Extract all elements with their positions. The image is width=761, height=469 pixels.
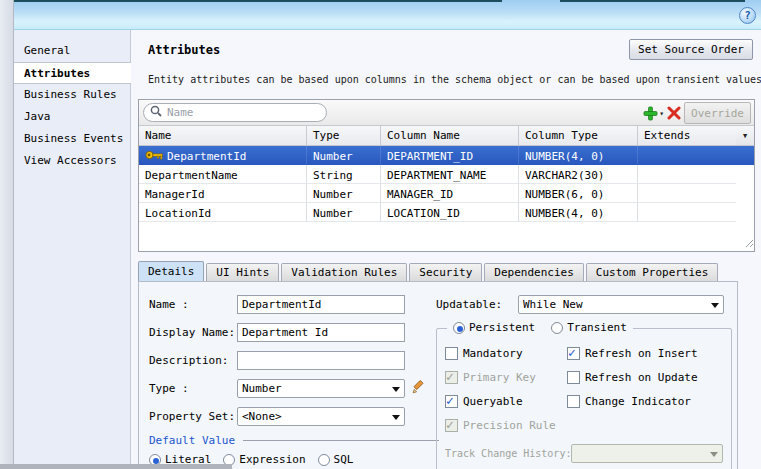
radio-label: Persistent — [469, 321, 535, 334]
search-box[interactable] — [143, 103, 327, 122]
radio-sql[interactable]: SQL — [318, 453, 354, 466]
help-icon[interactable]: ? — [739, 7, 756, 24]
updatable-value: While New — [523, 298, 583, 311]
checkbox-icon — [567, 371, 580, 384]
table-options-dropdown-button[interactable]: ▼ — [736, 126, 754, 145]
table-toolbar: ▾ Override — [139, 100, 754, 126]
sidebar-item-view-accessors[interactable]: View Accessors — [14, 150, 130, 172]
column-header-column-type[interactable]: Column Type — [519, 126, 638, 145]
table-row[interactable]: DepartmentId Number DEPARTMENT_ID NUMBER… — [139, 146, 754, 165]
cell-type: Number — [307, 146, 381, 165]
cell-extends — [638, 184, 736, 203]
checkbox-queryable[interactable]: Queryable — [445, 395, 567, 408]
cell-type: Number — [307, 203, 381, 222]
radio-label: Transient — [567, 321, 627, 334]
sidebar-item-java[interactable]: Java — [14, 106, 130, 128]
display-name-field[interactable] — [237, 323, 405, 342]
sidebar: General Attributes Business Rules Java B… — [14, 30, 131, 469]
radio-dot-icon — [318, 454, 330, 466]
property-set-label: Property Set: — [149, 410, 237, 423]
cell-column-type: NUMBER(4, 0) — [519, 146, 638, 165]
checkbox-label: Queryable — [463, 395, 523, 408]
sidebar-item-general[interactable]: General — [14, 40, 130, 62]
tab-security[interactable]: Security — [409, 263, 482, 282]
search-icon — [150, 105, 162, 120]
tab-ui-hints[interactable]: UI Hints — [206, 263, 279, 282]
table-row[interactable]: ManagerId Number MANAGER_ID NUMBER(6, 0) — [139, 184, 754, 203]
checkbox-refresh-on-insert[interactable]: Refresh on Insert — [567, 347, 723, 360]
checkbox-precision-rule: Precision Rule — [445, 419, 567, 432]
updatable-label: Updatable: — [436, 298, 518, 311]
description-text: Entity attributes can be based upon colu… — [148, 74, 758, 85]
checkbox-label: Refresh on Insert — [585, 347, 698, 360]
resize-grip[interactable] — [743, 237, 753, 250]
cell-type: Number — [307, 184, 381, 203]
cell-name: ManagerId — [139, 184, 307, 203]
type-dropdown[interactable]: Number — [237, 379, 405, 398]
table-row[interactable]: DepartmentName String DEPARTMENT_NAME VA… — [139, 165, 754, 184]
override-button[interactable]: Override — [684, 102, 751, 124]
sidebar-item-business-events[interactable]: Business Events — [14, 128, 130, 150]
cell-name: DepartmentId — [167, 150, 246, 163]
tab-details[interactable]: Details — [138, 261, 204, 282]
dialog-header: ? — [14, 0, 761, 30]
radio-dot-icon — [551, 322, 563, 334]
radio-expression[interactable]: Expression — [223, 453, 305, 466]
chevron-down-icon — [392, 415, 400, 420]
column-header-extends[interactable]: Extends — [638, 126, 736, 145]
chevron-down-icon — [711, 303, 719, 308]
table-header-row: Name Type Column Name Column Type Extend… — [139, 126, 754, 146]
tab-custom-properties[interactable]: Custom Properties — [586, 263, 719, 282]
column-header-name[interactable]: Name — [139, 126, 307, 145]
sidebar-item-attributes[interactable]: Attributes — [14, 62, 132, 84]
persistence-radio-group: Persistent Transient — [447, 321, 633, 334]
type-value: Number — [242, 382, 282, 395]
main-panel: Attributes Set Source Order Entity attri… — [131, 30, 761, 469]
track-change-history-dropdown — [571, 444, 723, 463]
sidebar-item-business-rules[interactable]: Business Rules — [14, 84, 130, 106]
background-panel-strip — [0, 0, 14, 469]
updatable-dropdown[interactable]: While New — [518, 295, 724, 314]
radio-transient[interactable]: Transient — [551, 321, 627, 334]
cell-extends — [638, 165, 736, 184]
add-dropdown-caret-icon[interactable]: ▾ — [659, 109, 664, 118]
name-label: Name : — [149, 298, 237, 311]
checkbox-icon — [445, 347, 458, 360]
checkbox-icon — [445, 419, 458, 432]
checkbox-label: Precision Rule — [463, 419, 556, 432]
cell-extends — [638, 203, 736, 222]
persistence-groupbox: Persistent Transient Mandatory Refresh o… — [436, 328, 732, 469]
cell-column-name: MANAGER_ID — [381, 184, 519, 203]
attribute-flags-grid: Mandatory Refresh on Insert Primary Key … — [445, 347, 723, 432]
search-input[interactable] — [167, 106, 307, 119]
edit-type-pencil-icon[interactable] — [411, 379, 427, 398]
add-attribute-button[interactable]: ▾ — [643, 106, 664, 121]
checkbox-label: Mandatory — [463, 347, 523, 360]
cell-extends — [638, 146, 736, 165]
delete-attribute-button[interactable] — [667, 106, 681, 120]
checkbox-label: Refresh on Update — [585, 371, 698, 384]
description-field[interactable] — [237, 351, 405, 370]
chevron-down-icon — [710, 452, 718, 457]
default-value-section-label: Default Value — [149, 434, 235, 447]
x-icon — [667, 106, 681, 120]
checkbox-icon — [567, 395, 580, 408]
name-field[interactable] — [237, 295, 405, 314]
cell-column-type: VARCHAR2(30) — [519, 165, 638, 184]
checkbox-mandatory[interactable]: Mandatory — [445, 347, 567, 360]
set-source-order-button[interactable]: Set Source Order — [629, 39, 753, 60]
cell-type: String — [307, 165, 381, 184]
attributes-table-panel: ▾ Override Name Type Column Name Column … — [138, 99, 755, 252]
column-header-type[interactable]: Type — [307, 126, 381, 145]
property-set-dropdown[interactable]: <None> — [237, 407, 405, 426]
radio-persistent[interactable]: Persistent — [453, 321, 535, 334]
tab-validation-rules[interactable]: Validation Rules — [281, 263, 407, 282]
checkbox-label: Change Indicator — [585, 395, 691, 408]
cell-column-name: DEPARTMENT_NAME — [381, 165, 519, 184]
table-row[interactable]: LocationId Number LOCATION_ID NUMBER(4, … — [139, 203, 754, 222]
checkbox-change-indicator[interactable]: Change Indicator — [567, 395, 723, 408]
checkbox-icon — [445, 371, 458, 384]
tab-dependencies[interactable]: Dependencies — [484, 263, 583, 282]
column-header-column-name[interactable]: Column Name — [381, 126, 519, 145]
checkbox-refresh-on-update[interactable]: Refresh on Update — [567, 371, 723, 384]
